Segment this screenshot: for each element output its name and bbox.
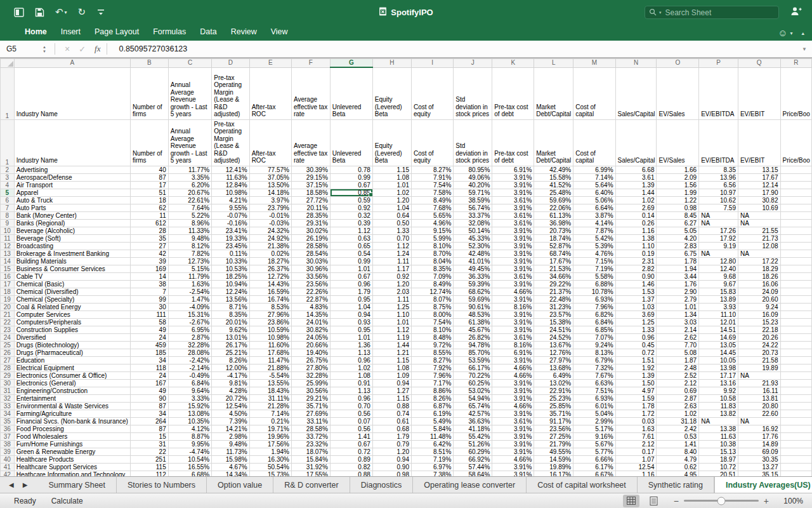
cell-Q13[interactable]: NA	[738, 250, 780, 257]
cell-N4[interactable]: 1.39	[615, 181, 657, 189]
cell-E28[interactable]: 21.88%	[249, 364, 291, 371]
cell-Q31[interactable]: 16.11	[738, 387, 780, 394]
cell-B18[interactable]: 7	[130, 288, 168, 295]
cell-A17[interactable]: Chemical (Basic)	[14, 280, 130, 288]
cell-P40[interactable]: 18.97	[699, 455, 738, 463]
cell-A13[interactable]: Brokerage & Investment Banking	[14, 250, 130, 257]
cell-Q40[interactable]: 30.35	[738, 455, 780, 463]
cell-B34[interactable]: 34	[130, 410, 168, 417]
cell-F41[interactable]: 31.92%	[291, 463, 330, 471]
cell-H30[interactable]: 0.94	[372, 379, 411, 387]
cell-N3[interactable]: 3.61	[615, 173, 657, 181]
cell-G42[interactable]: 0.88	[330, 471, 372, 476]
column-header-M[interactable]: M	[573, 59, 615, 68]
cell-I34[interactable]: 6.19%	[411, 410, 453, 417]
cell-C16[interactable]: 11.79%	[168, 272, 212, 280]
cell-G16[interactable]: 0.67	[330, 272, 372, 280]
cell-O18[interactable]: 2.90	[657, 288, 699, 295]
cell-C38[interactable]: 9.95%	[168, 440, 212, 448]
cell-L27[interactable]: 27.97%	[534, 356, 573, 364]
cell-B33[interactable]: 87	[130, 402, 168, 410]
cell-C21[interactable]: 15.31%	[168, 311, 212, 318]
cell-I38[interactable]: 6.42%	[411, 440, 453, 448]
cell-A29[interactable]: Electronics (Consumer & Office)	[14, 371, 130, 379]
cell-N34[interactable]: 1.72	[615, 410, 657, 417]
cell-M22[interactable]: 6.84%	[573, 318, 615, 326]
cell-H14[interactable]: 1.11	[372, 257, 411, 265]
cell-G20[interactable]: 1.04	[330, 303, 372, 311]
ribbon-tab-view[interactable]: View	[264, 27, 295, 41]
cell-D7[interactable]: 9.55%	[212, 204, 249, 211]
cell-C42[interactable]: 6.68%	[168, 471, 212, 476]
cell-I30[interactable]: 7.17%	[411, 379, 453, 387]
row-header-24[interactable]: 24	[1, 333, 15, 341]
cell-A28[interactable]: Electrical Equipment	[14, 364, 130, 371]
cell-D16[interactable]: 18.25%	[212, 272, 249, 280]
cell-K2[interactable]: 6.91%	[492, 166, 534, 173]
cell-J5[interactable]: 59.71%	[454, 189, 492, 196]
cell-B20[interactable]: 30	[130, 303, 168, 311]
header-cell-F[interactable]: Average effective tax rate	[291, 67, 330, 119]
cell-I10[interactable]: 9.15%	[411, 227, 453, 234]
cell-J16[interactable]: 36.33%	[454, 272, 492, 280]
cell-K16[interactable]: 3.61%	[492, 272, 534, 280]
cell-P10[interactable]: 17.26	[699, 227, 738, 234]
cell-K25[interactable]: 8.16%	[492, 341, 534, 349]
cell-A5[interactable]: Apparel	[14, 189, 130, 196]
cell-E14[interactable]: 18.27%	[249, 257, 291, 265]
row-header-3[interactable]: 3	[1, 173, 15, 181]
sheet-tab-cost-of-capital-worksheet[interactable]: Cost of capital worksheet	[527, 477, 638, 493]
cell-I21[interactable]: 8.00%	[411, 311, 453, 318]
cell-M10[interactable]: 7.87%	[573, 227, 615, 234]
cell-I9[interactable]: 4.96%	[411, 219, 453, 227]
cell-A19[interactable]: Chemical (Specialty)	[14, 295, 130, 303]
cell-J34[interactable]: 42.57%	[454, 410, 492, 417]
cell-F29[interactable]: 32.28%	[291, 371, 330, 379]
cell-M5[interactable]: 6.40%	[573, 189, 615, 196]
cell-E18[interactable]: 16.59%	[249, 288, 291, 295]
cell-E2[interactable]: 77.57%	[249, 166, 291, 173]
cell-J18[interactable]: 68.62%	[454, 288, 492, 295]
cell-L18[interactable]: 21.37%	[534, 288, 573, 295]
cell-G23[interactable]: 0.95	[330, 326, 372, 333]
cell-D20[interactable]: 8.71%	[212, 303, 249, 311]
cell-H25[interactable]: 1.44	[372, 341, 411, 349]
formula-input[interactable]: 0.85095727036123	[119, 44, 187, 53]
cell-K32[interactable]: 3.91%	[492, 394, 534, 402]
cell-F16[interactable]: 33.56%	[291, 272, 330, 280]
header-cell-J[interactable]: Std deviation in stock prices	[454, 67, 492, 119]
cell-C7[interactable]: 7.64%	[168, 204, 212, 211]
cell-D13[interactable]: 0.11%	[212, 250, 249, 257]
cell-N5[interactable]: 1.44	[615, 189, 657, 196]
cell-I8[interactable]: 5.65%	[411, 211, 453, 219]
cell-J20[interactable]: 90.61%	[454, 303, 492, 311]
cell-N12[interactable]: 1.10	[615, 242, 657, 250]
cell-M35[interactable]: 2.99%	[573, 417, 615, 425]
cell-R35[interactable]	[780, 417, 812, 425]
cell-F33[interactable]: 35.71%	[291, 402, 330, 410]
cell-K15[interactable]: 3.91%	[492, 265, 534, 272]
cell-Q8[interactable]: NA	[738, 211, 780, 219]
row-header-36[interactable]: 36	[1, 425, 15, 432]
cell-B12[interactable]: 27	[130, 242, 168, 250]
cell-L37[interactable]: 27.25%	[534, 432, 573, 440]
cell-J7[interactable]: 56.74%	[454, 204, 492, 211]
cell-B21[interactable]: 111	[130, 311, 168, 318]
cell-H12[interactable]: 1.12	[372, 242, 411, 250]
cell-H35[interactable]: 0.61	[372, 417, 411, 425]
cell-L29[interactable]: 6.49%	[534, 371, 573, 379]
cell-L7[interactable]: 22.06%	[534, 204, 573, 211]
cell-B38[interactable]: 31	[130, 440, 168, 448]
cell-F26[interactable]: 19.40%	[291, 349, 330, 356]
header-cell-M[interactable]: Cost of capital	[573, 119, 615, 166]
cell-M18[interactable]: 10.78%	[573, 288, 615, 295]
cell-K29[interactable]: 4.66%	[492, 371, 534, 379]
cell-R24[interactable]	[780, 333, 812, 341]
cell-B7[interactable]: 62	[130, 204, 168, 211]
row-header-39[interactable]: 39	[1, 448, 15, 455]
cancel-icon[interactable]: ×	[65, 44, 70, 54]
cell-J23[interactable]: 45.67%	[454, 326, 492, 333]
zoom-slider[interactable]	[684, 500, 759, 502]
cell-J35[interactable]: 36.63%	[454, 417, 492, 425]
cell-P8[interactable]: NA	[699, 211, 738, 219]
